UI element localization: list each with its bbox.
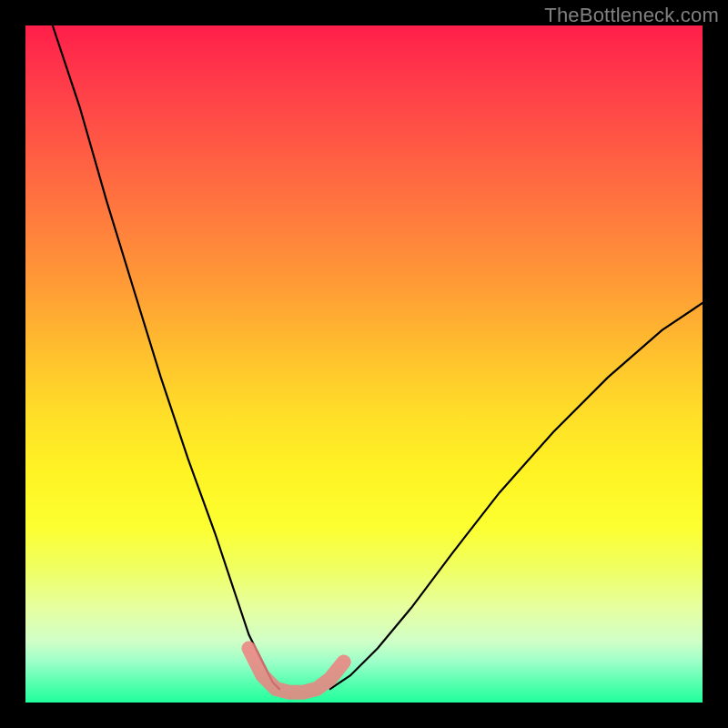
watermark-text: TheBottleneck.com bbox=[544, 4, 719, 27]
curve-layer bbox=[25, 25, 703, 703]
plot-area bbox=[25, 25, 703, 703]
chart-frame: TheBottleneck.com bbox=[0, 0, 728, 728]
valley-highlight bbox=[249, 649, 344, 693]
curve-right-branch bbox=[330, 303, 703, 689]
curve-left-branch bbox=[53, 25, 279, 689]
